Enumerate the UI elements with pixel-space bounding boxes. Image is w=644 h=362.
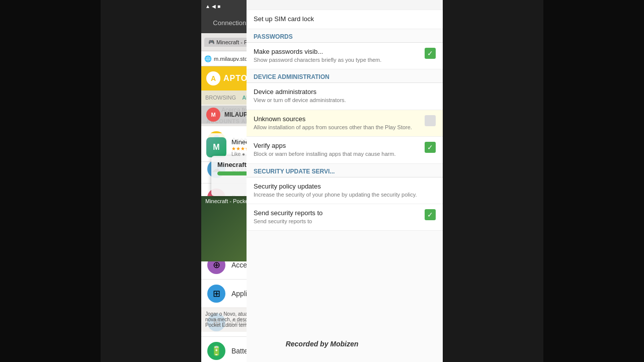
- sim-lock-title: Set up SIM card lock: [254, 15, 436, 23]
- unknown-sources-checkbox[interactable]: [425, 115, 436, 126]
- verify-apps-desc: Block or warn before installing apps tha…: [254, 150, 421, 158]
- verify-apps-item[interactable]: Verify apps Block or warn before install…: [247, 137, 443, 163]
- passwords-visible-text: Make passwords visib... Show password ch…: [254, 48, 421, 64]
- minecraft-favicon: 🎮: [208, 39, 214, 45]
- passwords-checkbox[interactable]: ✓: [425, 48, 436, 59]
- unknown-sources-item[interactable]: Unknown sources Allow installation of ap…: [247, 110, 443, 137]
- mobizen-watermark: Recorded by Mobizen: [286, 340, 359, 348]
- device-admin-section-header: DEVICE ADMINISTRATION: [247, 69, 443, 83]
- passwords-section-header: PASSWORDS: [247, 29, 443, 43]
- security-panel: Set up SIM card lock PASSWORDS Make pass…: [247, 0, 443, 362]
- verify-apps-text: Verify apps Block or warn before install…: [254, 142, 421, 158]
- right-overlay: [543, 0, 644, 362]
- security-policy-desc: Increase the security of your phone by u…: [254, 191, 436, 199]
- user-avatar: M: [206, 108, 220, 122]
- security-update-section-header: SECURITY UPDATE SERVI...: [247, 164, 443, 177]
- security-policy-item[interactable]: Security policy updates Increase the sec…: [247, 177, 443, 204]
- send-reports-item[interactable]: Send security reports to Send security r…: [247, 204, 443, 231]
- favicon: 🌐: [204, 55, 212, 62]
- minecraft-icon: M: [206, 137, 226, 157]
- passwords-visible-desc: Show password characters briefly as you …: [254, 56, 421, 64]
- appmanager-icon: ⊞: [207, 285, 225, 303]
- left-overlay: [0, 0, 101, 362]
- aptoide-logo-icon: A: [211, 74, 216, 82]
- verify-apps-title: Verify apps: [254, 142, 421, 149]
- send-reports-desc: Send security reports to: [254, 218, 421, 225]
- security-policy-title: Security policy updates: [254, 183, 436, 190]
- unknown-sources-desc: Allow installation of apps from sources …: [254, 124, 421, 131]
- sim-section-spacer: [247, 0, 443, 10]
- unknown-sources-title: Unknown sources: [254, 115, 421, 123]
- battery-menu-icon: 🔋: [207, 342, 225, 360]
- device-admins-item[interactable]: Device administrators View or turn off d…: [247, 83, 443, 110]
- device-admins-text: Device administrators View or turn off d…: [254, 88, 436, 104]
- nav-browsing[interactable]: BROWSING: [205, 95, 236, 101]
- verify-apps-checkbox[interactable]: ✓: [425, 142, 436, 153]
- passwords-visible-title: Make passwords visib...: [254, 48, 421, 55]
- sim-lock-item[interactable]: Set up SIM card lock: [247, 10, 443, 29]
- send-reports-title: Send security reports to: [254, 209, 421, 217]
- passwords-visible-item[interactable]: Make passwords visib... Show password ch…: [247, 43, 443, 69]
- security-policy-text: Security policy updates Increase the sec…: [254, 183, 436, 199]
- device-admins-desc: View or turn off device administrators.: [254, 97, 436, 104]
- sim-lock-text: Set up SIM card lock: [254, 15, 436, 24]
- device-admins-title: Device administrators: [254, 88, 436, 96]
- send-reports-checkbox[interactable]: ✓: [425, 209, 436, 220]
- unknown-sources-text: Unknown sources Allow installation of ap…: [254, 115, 421, 131]
- send-reports-text: Send security reports to Send security r…: [254, 209, 421, 225]
